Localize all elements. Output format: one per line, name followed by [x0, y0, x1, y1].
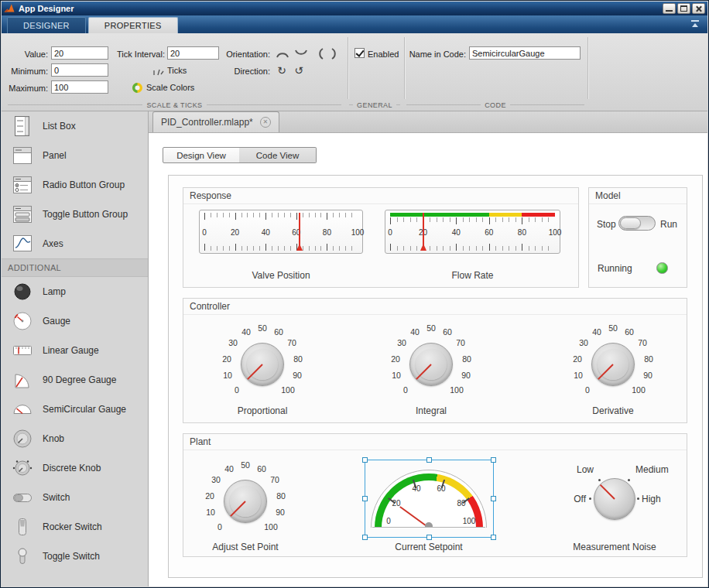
tab-close-icon[interactable]: ✕ [260, 117, 271, 128]
section-label: GENERAL [357, 101, 392, 109]
gauge-icon [12, 310, 33, 332]
sidebar-item-toggle-button-group[interactable]: Toggle Button Group [2, 200, 148, 229]
panel-title: Model [589, 188, 687, 204]
design-workspace: Design View Code View Response 020406080… [149, 133, 707, 586]
section-label: SCALE & TICKS [146, 101, 202, 109]
sidebar-item-discrete-knob[interactable]: Discrete Knob [2, 453, 148, 483]
knob-tick-label: 100 [447, 385, 466, 395]
selection-handle[interactable] [426, 457, 432, 463]
discrete-option-label: Off [541, 494, 586, 504]
ticks-button[interactable]: Ticks [152, 63, 187, 77]
panel-response[interactable]: Response 020406080100 Valve Position 020… [183, 187, 579, 288]
knob-derivative[interactable]: 0102030405060708090100 [551, 315, 675, 402]
design-view-button[interactable]: Design View [163, 147, 240, 163]
direction-counterclockwise-icon[interactable]: ↺ [291, 63, 307, 77]
panel-icon [12, 145, 33, 166]
ribbon-separator [348, 37, 348, 99]
sidebar-item-axes[interactable]: Axes [2, 229, 148, 258]
discrete-option-label: Medium [635, 464, 669, 475]
gauge-ticks [204, 244, 358, 251]
gauge-label: Valve Position [199, 270, 363, 281]
selection-handle[interactable] [426, 535, 432, 540]
gauge-tick-label: 40 [262, 228, 270, 237]
sidebar-item-radio-button-group[interactable]: Radio Button Group [2, 170, 148, 200]
valve-position-gauge[interactable]: 020406080100 [199, 210, 363, 254]
knob-proportional[interactable]: 0102030405060708090100 [200, 315, 324, 402]
gauge-tick-label: 0 [388, 228, 392, 237]
tab-properties[interactable]: PROPERTIES [88, 17, 178, 33]
sidebar-item-90-degree-gauge[interactable]: 90 Degree Gauge [2, 365, 148, 395]
panel-model[interactable]: Model Stop Run Running [588, 187, 687, 288]
app-canvas[interactable]: Response 020406080100 Valve Position 020… [168, 175, 703, 578]
code-view-button[interactable]: Code View [239, 147, 317, 163]
knob-tick-label: 90 [457, 371, 475, 380]
knob-tick-label: 0 [578, 385, 597, 395]
knob-integral[interactable]: 0102030405060708090100 [369, 315, 493, 402]
selection-handle[interactable] [362, 535, 368, 540]
radio-button-group-icon [12, 174, 33, 196]
running-lamp[interactable] [656, 262, 668, 274]
gauge-tick [371, 527, 429, 528]
scale-colors-button[interactable]: Scale Colors [132, 80, 194, 94]
sidebar-item-semicircular-gauge[interactable]: SemiCircular Gauge [2, 395, 148, 424]
document-tab[interactable]: PID_Controller.mlapp* ✕ [152, 111, 279, 132]
knob-measurement-noise[interactable]: Off Low Medium High [541, 454, 688, 541]
gauge-tick-labels: 020406080100 [204, 228, 358, 238]
document-tabbar: PID_Controller.mlapp* ✕ [149, 111, 707, 133]
semicircular-gauge: 020406080100 [371, 470, 487, 528]
sidebar-item-gauge[interactable]: Gauge [2, 306, 148, 336]
tick-interval-input[interactable] [167, 46, 219, 60]
minimum-input[interactable] [51, 63, 108, 77]
run-stop-switch[interactable] [618, 216, 656, 231]
list-box-icon [12, 115, 33, 137]
selection-handle[interactable] [491, 496, 496, 501]
orientation-south-icon[interactable] [293, 46, 309, 60]
name-in-code-input[interactable] [469, 46, 581, 60]
current-setpoint-gauge-selected[interactable]: 020406080100 [365, 460, 493, 537]
matlab-logo-icon [4, 3, 15, 14]
value-input[interactable] [51, 46, 108, 60]
panel-plant[interactable]: Plant 0102030405060708090100 Adjust Set … [183, 433, 687, 557]
knob-tick-label: 10 [569, 371, 587, 380]
flow-rate-gauge[interactable]: 020406080100 [385, 210, 560, 254]
knob-tick-label: 10 [201, 508, 220, 517]
sidebar-item-list-box[interactable]: List Box [2, 111, 148, 141]
enabled-checkbox[interactable] [354, 48, 365, 58]
gauge-label: Flow Rate [385, 270, 560, 281]
ticks-button-label: Ticks [167, 66, 187, 75]
knob-tick-label: 70 [265, 475, 284, 484]
tab-designer[interactable]: DESIGNER [7, 17, 86, 33]
knob-adjust-set-point[interactable]: 0102030405060708090100 [183, 452, 307, 538]
maximum-input[interactable] [51, 80, 108, 94]
selection-handle[interactable] [362, 457, 368, 463]
maximize-button[interactable] [677, 3, 690, 14]
orientation-west-icon[interactable] [311, 46, 327, 60]
panel-controller[interactable]: Controller 0102030405060708090100 Propor… [183, 298, 687, 423]
knob-tick-label: 80 [639, 354, 658, 364]
knob-tick-label: 30 [574, 338, 593, 347]
gauge-tick-label: 60 [485, 228, 493, 237]
selection-handle[interactable] [362, 496, 368, 501]
orientation-north-icon[interactable] [274, 46, 290, 60]
knob-tick-label: 0 [396, 385, 415, 395]
knob-tick-label: 20 [200, 491, 219, 501]
knob-tick-label: 10 [218, 371, 237, 380]
selection-handle[interactable] [491, 535, 496, 540]
sidebar-item-linear-gauge[interactable]: Linear Gauge [2, 336, 148, 365]
knob-tick-label: 20 [386, 354, 405, 364]
gauge-tick-label: 40 [452, 228, 461, 237]
sidebar-item-label: SemiCircular Gauge [43, 404, 126, 415]
sidebar-item-panel[interactable]: Panel [2, 141, 148, 170]
selection-handle[interactable] [491, 457, 496, 463]
sidebar-item-lamp[interactable]: Lamp [2, 277, 148, 306]
knob-tick-label: 90 [271, 508, 289, 517]
orientation-east-icon[interactable] [327, 46, 343, 60]
collapse-ribbon-icon[interactable] [690, 20, 700, 29]
close-button[interactable] [692, 3, 705, 14]
sidebar-item-toggle-switch[interactable]: Toggle Switch [2, 542, 148, 571]
minimize-button[interactable] [663, 3, 676, 14]
sidebar-item-knob[interactable]: Knob [2, 424, 148, 453]
direction-clockwise-icon[interactable]: ↻ [274, 63, 289, 77]
sidebar-item-switch[interactable]: Switch [2, 483, 148, 512]
sidebar-item-rocker-switch[interactable]: Rocker Switch [2, 512, 148, 542]
